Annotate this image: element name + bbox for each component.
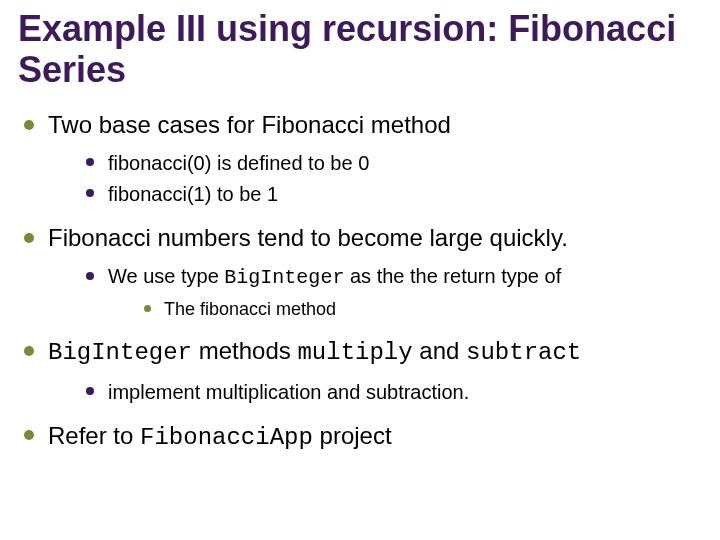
slide: Example III using recursion: Fibonacci S… [0,0,720,540]
text-part: as the the return type of [344,265,561,287]
sub-list: We use type BigInteger as the the return… [48,263,702,321]
bullet-base-cases: Two base cases for Fibonacci method fibo… [18,109,702,208]
bullet-fibonacci-method: The fibonacci method [142,297,702,321]
bullet-implement: implement multiplication and subtraction… [82,379,702,406]
bullet-fib0: fibonacci(0) is defined to be 0 [82,150,702,177]
bullet-fib1: fibonacci(1) to be 1 [82,181,702,208]
code-subtract: subtract [466,339,581,366]
text-part: We use type [108,265,224,287]
bullet-biginteger-return: We use type BigInteger as the the return… [82,263,702,321]
text-part: project [313,422,392,449]
bullet-text: Two base cases for Fibonacci method [48,111,451,138]
code-multiply: multiply [297,339,412,366]
code-biginteger: BigInteger [224,266,344,289]
text-part: and [413,337,466,364]
bullet-text: Fibonacci numbers tend to become large q… [48,224,568,251]
code-fibonacciapp: FibonacciApp [140,424,313,451]
sub-sub-list: The fibonacci method [108,297,702,321]
text-part: methods [192,337,297,364]
bullet-biginteger-methods: BigInteger methods multiply and subtract… [18,335,702,405]
bullet-refer-project: Refer to FibonacciApp project [18,420,702,453]
sub-list: fibonacci(0) is defined to be 0 fibonacc… [48,150,702,208]
code-biginteger: BigInteger [48,339,192,366]
bullet-large-quickly: Fibonacci numbers tend to become large q… [18,222,702,321]
text-part: Refer to [48,422,140,449]
bullet-list: Two base cases for Fibonacci method fibo… [18,109,702,453]
sub-list: implement multiplication and subtraction… [48,379,702,406]
slide-title: Example III using recursion: Fibonacci S… [18,8,702,91]
